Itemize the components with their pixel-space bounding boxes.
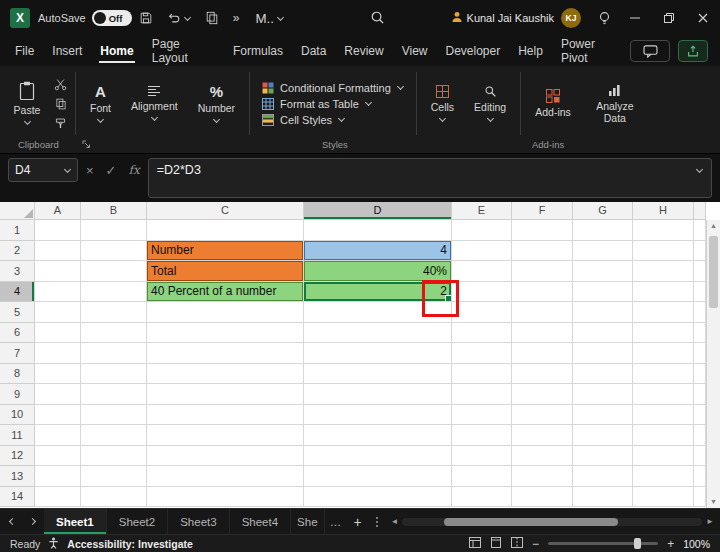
- cell-E1[interactable]: [452, 220, 512, 241]
- column-header-E[interactable]: E: [452, 202, 512, 220]
- cell-E8[interactable]: [452, 364, 512, 385]
- cell-D13[interactable]: [304, 466, 452, 487]
- copy-button[interactable]: [198, 0, 226, 36]
- zoom-slider[interactable]: [548, 542, 658, 545]
- vertical-scrollbar-thumb[interactable]: [709, 236, 718, 308]
- name-box[interactable]: D4: [8, 158, 78, 182]
- cell-F4[interactable]: [512, 282, 573, 303]
- sheet-tab-sheet4[interactable]: Sheet4: [230, 509, 291, 534]
- cell-E13[interactable]: [452, 466, 512, 487]
- cell-B10[interactable]: [81, 405, 147, 426]
- scrollbar-thumb[interactable]: [444, 518, 618, 526]
- insert-function-button[interactable]: fx: [129, 163, 140, 177]
- cell-A11[interactable]: [35, 425, 81, 446]
- row-header-1[interactable]: 1: [0, 220, 35, 241]
- column-header-B[interactable]: B: [81, 202, 147, 220]
- cell-H12[interactable]: [633, 446, 694, 467]
- cell-H5[interactable]: [633, 302, 694, 323]
- quick-access-overflow-button[interactable]: »: [226, 0, 247, 36]
- avatar[interactable]: KJ: [561, 8, 581, 28]
- cell-D1[interactable]: [304, 220, 452, 241]
- cell-F13[interactable]: [512, 466, 573, 487]
- column-header-H[interactable]: H: [633, 202, 694, 220]
- cell-D4[interactable]: 2: [304, 282, 452, 303]
- cell-F3[interactable]: [512, 261, 573, 282]
- menu-item-insert[interactable]: Insert: [43, 36, 91, 66]
- row-header-10[interactable]: 10: [0, 405, 35, 426]
- row-header-9[interactable]: 9: [0, 384, 35, 405]
- cell-A1[interactable]: [35, 220, 81, 241]
- cell-B13[interactable]: [81, 466, 147, 487]
- cell[interactable]: [694, 261, 706, 282]
- cell-G5[interactable]: [573, 302, 633, 323]
- cell-A12[interactable]: [35, 446, 81, 467]
- cells-group-collapsed[interactable]: Cells: [421, 69, 464, 138]
- cancel-button[interactable]: ×: [86, 163, 94, 178]
- cell[interactable]: [694, 487, 706, 508]
- cell-D7[interactable]: [304, 343, 452, 364]
- cell-F14[interactable]: [512, 487, 573, 508]
- cell[interactable]: [694, 282, 706, 303]
- cell-G9[interactable]: [573, 384, 633, 405]
- zoom-level[interactable]: 100%: [683, 538, 710, 550]
- cell-D5[interactable]: [304, 302, 452, 323]
- formula-input[interactable]: =D2*D3: [148, 158, 712, 198]
- zoom-in-button[interactable]: +: [667, 537, 674, 551]
- cell-D12[interactable]: [304, 446, 452, 467]
- addins-button[interactable]: Add-ins: [525, 69, 581, 138]
- cell-G4[interactable]: [573, 282, 633, 303]
- menu-item-file[interactable]: File: [6, 36, 43, 66]
- row-header-3[interactable]: 3: [0, 261, 35, 282]
- scroll-right-icon[interactable]: ►: [706, 517, 714, 526]
- row-header-11[interactable]: 11: [0, 425, 35, 446]
- row-header-7[interactable]: 7: [0, 343, 35, 364]
- tab-scroll-left-button[interactable]: [0, 509, 22, 534]
- cell-G10[interactable]: [573, 405, 633, 426]
- menu-item-help[interactable]: Help: [509, 36, 552, 66]
- cell[interactable]: [694, 384, 706, 405]
- cell-G11[interactable]: [573, 425, 633, 446]
- cell-A13[interactable]: [35, 466, 81, 487]
- cell-C2[interactable]: Number: [147, 241, 304, 262]
- zoom-slider-thumb[interactable]: [634, 538, 641, 549]
- cell-A4[interactable]: [35, 282, 81, 303]
- cell-H13[interactable]: [633, 466, 694, 487]
- cell-C11[interactable]: [147, 425, 304, 446]
- cell-C1[interactable]: [147, 220, 304, 241]
- cut-button[interactable]: [54, 78, 67, 91]
- page-break-view-icon[interactable]: [511, 537, 523, 550]
- cell[interactable]: [694, 364, 706, 385]
- cell-H11[interactable]: [633, 425, 694, 446]
- row-header-5[interactable]: 5: [0, 302, 35, 323]
- row-header-14[interactable]: 14: [0, 487, 35, 508]
- restore-button[interactable]: [652, 0, 686, 36]
- cell-H3[interactable]: [633, 261, 694, 282]
- cell-B1[interactable]: [81, 220, 147, 241]
- column-header-A[interactable]: A: [35, 202, 81, 220]
- cell-F9[interactable]: [512, 384, 573, 405]
- scroll-left-icon[interactable]: ◄: [391, 517, 399, 526]
- row-header-12[interactable]: 12: [0, 446, 35, 467]
- cell-B6[interactable]: [81, 323, 147, 344]
- cell-C13[interactable]: [147, 466, 304, 487]
- select-all-corner[interactable]: [0, 202, 35, 220]
- row-header-6[interactable]: 6: [0, 323, 35, 344]
- enter-button[interactable]: ✓: [106, 163, 117, 178]
- close-button[interactable]: [686, 0, 720, 36]
- cell[interactable]: [694, 446, 706, 467]
- font-group-collapsed[interactable]: A Font: [80, 69, 121, 138]
- cell-E4[interactable]: [452, 282, 512, 303]
- cell-C5[interactable]: [147, 302, 304, 323]
- alignment-group-collapsed[interactable]: Alignment: [121, 69, 188, 138]
- cell[interactable]: [694, 425, 706, 446]
- cell-B3[interactable]: [81, 261, 147, 282]
- cell-G8[interactable]: [573, 364, 633, 385]
- customize-toolbar-button[interactable]: M..: [246, 0, 293, 36]
- accessibility-status[interactable]: Accessibility: Investigate: [67, 538, 192, 550]
- normal-view-icon[interactable]: [469, 537, 481, 550]
- column-header-D[interactable]: D: [304, 202, 452, 220]
- search-button[interactable]: [370, 10, 385, 27]
- cell-H9[interactable]: [633, 384, 694, 405]
- column-header-F[interactable]: F: [512, 202, 573, 220]
- autosave-toggle[interactable]: Off: [92, 10, 132, 26]
